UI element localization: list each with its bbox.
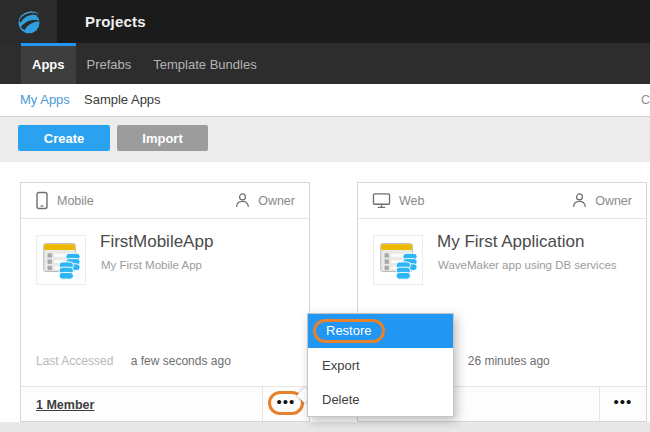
members-cell: 1 Member bbox=[21, 387, 262, 421]
apps-subnav: My Apps Sample Apps Cr bbox=[0, 84, 650, 117]
card-header: Mobile Owner bbox=[21, 183, 309, 219]
app-name[interactable]: FirstMobileApp bbox=[100, 232, 213, 252]
project-card-mobile: Mobile Owner bbox=[20, 182, 310, 422]
menu-item-label: Restore bbox=[326, 323, 372, 338]
main-tabbar: Apps Prefabs Template Bundles bbox=[0, 43, 650, 84]
subnav-sample-apps[interactable]: Sample Apps bbox=[84, 84, 161, 116]
tab-apps[interactable]: Apps bbox=[21, 43, 76, 84]
person-icon bbox=[234, 192, 251, 209]
app-name[interactable]: My First Application bbox=[437, 232, 584, 252]
platform-label: Web bbox=[399, 194, 424, 208]
platform-label: Mobile bbox=[57, 194, 94, 208]
card-footer: 1 Member ••• bbox=[21, 386, 309, 421]
last-accessed-row: Last Accessed a few seconds ago bbox=[36, 354, 231, 368]
import-button[interactable]: Import bbox=[117, 125, 208, 151]
menu-item-restore[interactable]: Restore bbox=[308, 314, 453, 348]
sort-label-clipped[interactable]: Cr bbox=[641, 84, 650, 116]
context-menu: Restore Export Delete bbox=[307, 313, 454, 417]
app-window-db-icon bbox=[38, 237, 84, 283]
owner-badge: Owner bbox=[234, 192, 295, 209]
ellipsis-icon: ••• bbox=[614, 397, 633, 411]
last-accessed-value: a few seconds ago bbox=[131, 354, 231, 368]
mobile-icon bbox=[35, 191, 49, 210]
last-accessed-value: 26 minutes ago bbox=[468, 354, 550, 368]
app-description: My First Mobile App bbox=[101, 259, 202, 271]
last-accessed-label: Last Accessed bbox=[36, 354, 113, 368]
wavemaker-logo[interactable] bbox=[0, 0, 57, 43]
owner-label: Owner bbox=[258, 194, 295, 208]
create-button[interactable]: Create bbox=[18, 125, 110, 151]
card-header: Web Owner bbox=[358, 183, 646, 219]
web-icon bbox=[372, 192, 391, 209]
tab-prefabs[interactable]: Prefabs bbox=[76, 43, 143, 84]
owner-badge: Owner bbox=[571, 192, 632, 209]
app-header: Projects bbox=[0, 0, 650, 43]
app-db-icon[interactable] bbox=[36, 235, 86, 285]
app-window-db-icon bbox=[375, 237, 421, 283]
menu-item-export[interactable]: Export bbox=[308, 348, 453, 382]
page-background-strip bbox=[0, 422, 650, 432]
app-description: WaveMaker app using DB services bbox=[438, 259, 617, 271]
members-link[interactable]: 1 Member bbox=[36, 398, 94, 412]
annotation-ellipse-restore: Restore bbox=[313, 319, 385, 343]
wavemaker-logo-icon bbox=[14, 7, 44, 37]
tab-template-bundles[interactable]: Template Bundles bbox=[142, 43, 267, 84]
page-title: Projects bbox=[85, 0, 146, 43]
app-db-icon[interactable] bbox=[373, 235, 423, 285]
menu-item-delete[interactable]: Delete bbox=[308, 382, 453, 416]
owner-label: Owner bbox=[595, 194, 632, 208]
subnav-my-apps[interactable]: My Apps bbox=[20, 84, 70, 116]
card-body: FirstMobileApp My First Mobile App Last … bbox=[21, 219, 309, 386]
person-icon bbox=[571, 192, 588, 209]
ellipsis-icon: ••• bbox=[277, 397, 296, 411]
more-actions-button[interactable]: ••• bbox=[599, 387, 646, 421]
actions-toolbar: Create Import bbox=[0, 117, 650, 162]
